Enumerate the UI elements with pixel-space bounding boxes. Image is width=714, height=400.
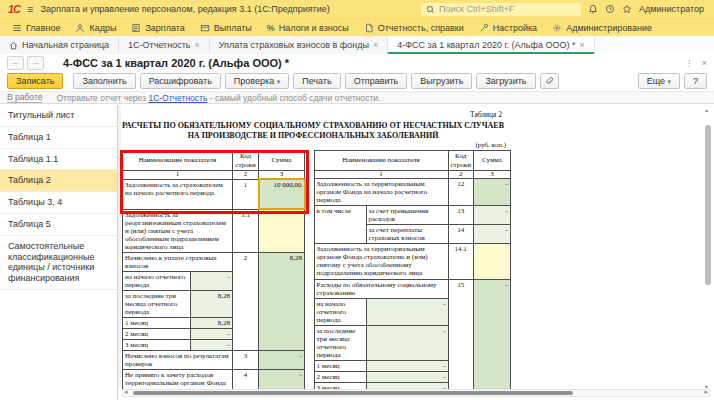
close-icon[interactable]: × (579, 40, 584, 50)
menu-item-taxes[interactable]: % Налоги и взносы (267, 23, 349, 33)
row2-month-label: 3 месяц (123, 340, 191, 351)
row3-code: 3 (233, 351, 259, 370)
export-button[interactable]: Выгрузить (411, 73, 472, 89)
row14-code: 14 (448, 225, 473, 244)
back-button[interactable]: ← (7, 56, 24, 70)
menu-item-payments[interactable]: Выплаты (200, 23, 252, 33)
row2-sub-cell[interactable]: - (191, 271, 233, 290)
clipboard-icon (131, 23, 141, 33)
row15-code: 15 (448, 279, 473, 390)
col-header-name: Наименование показателя (314, 151, 448, 171)
menu-item-reporting[interactable]: Отчетность, справки (364, 23, 464, 33)
col-header-sum: Сумма (473, 151, 510, 171)
form-close-icon[interactable]: × (702, 58, 707, 68)
report-state-link[interactable]: В работе (7, 92, 42, 103)
print-button[interactable]: Печать (293, 73, 340, 89)
send-button[interactable]: Отправить (345, 73, 408, 89)
notifications-bell-icon[interactable] (588, 4, 598, 14)
row2-month-cell[interactable]: - (191, 329, 233, 340)
row1-1-sum-cell[interactable] (259, 209, 305, 252)
menu-item-salary[interactable]: Зарплата (131, 23, 184, 33)
tab-contributions-payment[interactable]: Уплата страховых взносов в фонды × (210, 36, 388, 54)
check-button[interactable]: Проверка ▾ (225, 73, 289, 89)
horizontal-scroll-thumb[interactable] (133, 391, 573, 395)
row15-sub-cell[interactable]: - (366, 325, 448, 360)
tab-label: Уплата страховых взносов в фонды (219, 40, 369, 50)
row15-sub-cell[interactable]: - (366, 298, 448, 325)
row12-code: 12 (448, 179, 473, 206)
import-button[interactable]: Загрузить (476, 73, 535, 89)
close-icon[interactable]: × (373, 40, 378, 50)
menu-item-settings[interactable]: Настройка (479, 23, 537, 33)
row2-month-cell[interactable]: - (191, 340, 233, 351)
row15-month-cell[interactable]: - (366, 371, 448, 382)
forward-button[interactable]: → (27, 56, 44, 70)
attachments-button[interactable] (540, 73, 559, 89)
scroll-right-icon[interactable]: ▸ (704, 388, 708, 396)
sidebar-item-table2[interactable]: Таблица 2 (0, 170, 117, 192)
fill-button[interactable]: Заполнить (73, 73, 135, 89)
col-header-code: Код строки (233, 151, 259, 171)
row2-month-cell[interactable]: 8,28 (191, 318, 233, 329)
tab-4fss-report[interactable]: 4-ФСС за 1 квартал 2020 г. (Альфа ООО) *… (388, 36, 595, 54)
scroll-left-icon[interactable]: ◂ (124, 388, 128, 396)
form-toolbar: Записать Заполнить Расшифровать Проверка… (0, 71, 714, 91)
1c-reporting-link[interactable]: 1С-Отчетность (148, 93, 207, 103)
tab-home[interactable]: Начальная страница (0, 36, 119, 54)
1c-logo: 1С (8, 3, 20, 15)
row1-sum-cell[interactable]: 10 000,00 (259, 179, 305, 209)
row2-sum-cell[interactable]: 8,28 (259, 252, 305, 350)
vertical-scroll-thumb[interactable] (705, 125, 711, 285)
scroll-up-icon[interactable]: ▴ (705, 107, 708, 113)
wrench-icon (479, 23, 489, 33)
sidebar-item-table1[interactable]: Таблица 1 (0, 127, 117, 149)
vertical-scrollbar[interactable]: ▴ ▾ (705, 115, 712, 388)
row13-sum-cell[interactable]: - (473, 206, 510, 225)
currency-note: (руб. коп.) (120, 141, 506, 149)
global-search-input[interactable]: Поиск Ctrl+Shift+F (421, 3, 581, 16)
including-label: в том числе (314, 206, 366, 244)
sidebar-item-classification-units[interactable]: Самостоятельные классификационные единиц… (0, 236, 117, 290)
row13-name: за счет превышения расходов (366, 206, 448, 225)
menu-item-main[interactable]: Главное (12, 23, 60, 33)
row4-sum-cell[interactable]: - (259, 370, 305, 390)
sidebar-item-tables3-4[interactable]: Таблицы 3, 4 (0, 192, 117, 214)
row3-sum-cell[interactable]: - (259, 351, 305, 370)
row15-sub-label: на начало отчетного периода (314, 298, 366, 325)
current-user-label[interactable]: Администратор (639, 4, 704, 14)
col-header-name: Наименование показателя (123, 151, 233, 171)
status-line: В работе Отправьте отчет через 1С-Отчетн… (0, 91, 714, 104)
row15-month-label: 2 месяц (314, 371, 366, 382)
chevron-down-icon: ▾ (667, 78, 671, 85)
form-more-icon[interactable]: ⋮ (685, 58, 694, 68)
tab-1c-reporting[interactable]: 1С-Отчетность × (119, 36, 210, 54)
tab-label: 4-ФСС за 1 квартал 2020 г. (Альфа ООО) * (397, 40, 575, 50)
decrypt-button[interactable]: Расшифровать (140, 73, 221, 89)
row12-sum-cell[interactable]: - (473, 179, 510, 206)
favorites-star-icon[interactable] (622, 4, 632, 14)
horizontal-scrollbar[interactable]: ◂ ▸ (122, 389, 710, 397)
sidebar-item-title-page[interactable]: Титульный лист (0, 105, 117, 127)
help-button[interactable]: ? (684, 73, 707, 89)
row2-sub-cell[interactable]: 8,28 (191, 290, 233, 317)
more-button[interactable]: Еще ▾ (638, 73, 680, 89)
home-icon (9, 41, 18, 50)
system-menu-icon[interactable]: ≡ (27, 4, 33, 14)
menu-item-administration[interactable]: Администрирование (552, 23, 652, 33)
row15-sum-cell[interactable]: - (473, 279, 510, 390)
row2-code: 2 (233, 252, 259, 350)
row14-1-sum-cell[interactable] (473, 244, 510, 279)
close-icon[interactable]: × (195, 40, 200, 50)
save-button[interactable]: Записать (7, 73, 63, 89)
history-clock-icon[interactable] (605, 4, 615, 14)
tables-container: Наименование показателя Код строки Сумма… (122, 150, 511, 390)
chevron-down-icon: ▾ (277, 78, 281, 85)
row2-name: Начислено к уплате страховых взносов (123, 252, 233, 271)
menu-item-staff[interactable]: Кадры (75, 23, 116, 33)
row2-month-label: 1 месяц (123, 318, 191, 329)
row15-month-cell[interactable]: - (366, 360, 448, 371)
sidebar-item-table1-1[interactable]: Таблица 1.1 (0, 149, 117, 171)
window-titlebar: 1С ≡ Зарплата и управление персоналом, р… (0, 0, 714, 18)
row14-sum-cell[interactable]: - (473, 225, 510, 244)
sidebar-item-table5[interactable]: Таблица 5 (0, 214, 117, 236)
